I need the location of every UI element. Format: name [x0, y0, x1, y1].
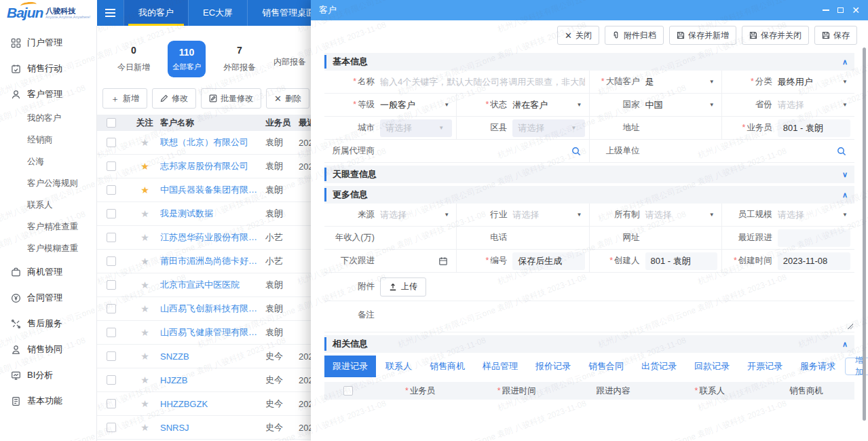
customer-name-link[interactable]: HHZZBGZK	[160, 399, 265, 409]
search-icon[interactable]	[571, 147, 581, 156]
sidebar-item-sales-action[interactable]: 销售行动	[0, 56, 96, 81]
stat-external-filing[interactable]: 7 外部报备	[223, 45, 256, 73]
source-select[interactable]: 请选择▼	[380, 209, 452, 221]
customer-name-link[interactable]: 山西易飞创新科技有限公司	[160, 303, 265, 315]
save-button[interactable]: 保存	[814, 26, 857, 45]
category-select[interactable]: 最终用户▼	[778, 76, 850, 88]
tab-payments[interactable]: 回款记录	[686, 356, 738, 377]
sidebar-sub-fuzzy-dedupe[interactable]: 客户模糊查重	[0, 237, 96, 259]
row-checkbox[interactable]	[107, 138, 116, 147]
star-icon[interactable]: ★	[140, 303, 149, 314]
row-checkbox[interactable]	[107, 399, 116, 408]
tab-follow-records[interactable]: 跟进记录	[324, 356, 376, 377]
add-button[interactable]: ＋新增	[102, 88, 147, 109]
star-icon[interactable]: ★	[140, 137, 149, 148]
row-checkbox[interactable]	[107, 304, 116, 313]
customer-name-link[interactable]: 联想（北京）有限公司	[160, 136, 265, 149]
stat-internal-filing[interactable]: 内部报备	[273, 50, 306, 68]
customer-name-link[interactable]: 中国兵器装备集团有限公司	[160, 184, 265, 196]
sidebar-item-basic[interactable]: 基本功能	[0, 388, 96, 414]
tab-quotes[interactable]: 报价记录	[527, 356, 579, 377]
sidebar-sub-pool-rules[interactable]: 客户公海规则	[0, 172, 96, 194]
customer-name-link[interactable]: 山西易飞健康管理有限公司	[160, 326, 265, 339]
star-icon[interactable]: ★	[140, 280, 149, 290]
remark-textarea[interactable]	[380, 305, 850, 330]
sidebar-sub-exact-dedupe[interactable]: 客户精准查重	[0, 216, 96, 237]
sidebar-sub-distributors[interactable]: 经销商	[0, 129, 96, 151]
batch-edit-button[interactable]: 批量修改	[201, 88, 261, 109]
star-icon[interactable]: ★	[140, 422, 149, 433]
row-checkbox[interactable]	[107, 161, 116, 171]
tab-invoices[interactable]: 开票记录	[739, 356, 791, 377]
sidebar-item-opportunity[interactable]: 商机管理	[0, 259, 96, 285]
star-icon[interactable]: ★	[140, 398, 149, 409]
sidebar-item-portal[interactable]: 门户管理	[0, 30, 96, 56]
delete-button[interactable]: ✕删除	[266, 88, 309, 109]
stat-all-customers[interactable]: 110 全部客户	[168, 41, 206, 77]
tab-shipments[interactable]: 出货记录	[633, 356, 685, 377]
calendar-icon[interactable]	[438, 256, 448, 266]
customer-name-link[interactable]: 江苏恩华药业股份有限公司	[160, 231, 265, 244]
collapse-chevron-icon[interactable]: ∧	[842, 191, 848, 199]
star-icon[interactable]: ★	[140, 256, 149, 267]
sidebar-item-bi[interactable]: BI分析	[0, 362, 96, 388]
maximize-icon[interactable]	[837, 7, 844, 13]
country-select[interactable]: 中国▼	[645, 99, 717, 111]
row-checkbox[interactable]	[107, 280, 116, 290]
close-button[interactable]: ✕关闭	[557, 26, 599, 45]
minimize-icon[interactable]	[823, 9, 829, 11]
star-icon[interactable]: ★	[140, 185, 149, 195]
search-icon[interactable]	[837, 147, 846, 156]
star-icon[interactable]: ★	[140, 208, 149, 219]
save-and-close-button[interactable]: 保存并关闭	[742, 26, 809, 45]
nav-tab-my-customers[interactable]: 我的客户	[124, 0, 188, 26]
nav-tab-ec-screen[interactable]: EC大屏	[188, 0, 247, 26]
annual-income-input[interactable]	[380, 233, 452, 243]
name-input[interactable]	[380, 77, 585, 87]
star-icon[interactable]: ★	[140, 161, 149, 172]
agent-lookup[interactable]	[380, 147, 585, 156]
attachment-archive-button[interactable]: 附件归档	[605, 26, 664, 45]
district-select[interactable]: 请选择▼	[512, 119, 584, 137]
sidebar-item-after-sales[interactable]: 售后服务	[0, 311, 96, 337]
sidebar-sub-public-pool[interactable]: 公海	[0, 151, 96, 172]
hamburger-menu-icon[interactable]	[97, 0, 124, 26]
customer-name-link[interactable]: 莆田市湄洲岛尚德卡好网络...	[160, 255, 265, 267]
ownership-select[interactable]: 请选择▼	[645, 209, 717, 221]
sidebar-item-contract[interactable]: 合同管理	[0, 285, 96, 311]
star-icon[interactable]: ★	[140, 375, 149, 385]
sidebar-sub-my-customers[interactable]: 我的客户	[0, 107, 96, 129]
status-select[interactable]: 潜在客户▼	[512, 99, 584, 111]
sidebar-sub-contacts[interactable]: 联系人	[0, 194, 96, 216]
scrollbar-thumb[interactable]	[863, 47, 866, 421]
customer-name-link[interactable]: 志邦家居股份有限公司	[160, 160, 265, 172]
level-select[interactable]: 一般客户▼	[380, 99, 452, 111]
row-checkbox[interactable]	[107, 375, 116, 385]
row-checkbox[interactable]	[107, 185, 116, 195]
salesperson-value[interactable]: 801 - 袁朗	[778, 119, 850, 137]
customer-name-link[interactable]: 我是测试数据	[160, 208, 265, 220]
row-checkbox[interactable]	[107, 209, 116, 218]
select-all-checkbox[interactable]	[107, 118, 116, 128]
phone-input[interactable]	[512, 233, 584, 243]
city-select[interactable]: 请选择▼	[380, 119, 452, 137]
star-icon[interactable]: ★	[140, 327, 149, 338]
customer-name-link[interactable]: SNRSJ	[160, 423, 265, 433]
tab-opportunities[interactable]: 销售商机	[421, 356, 473, 377]
tab-samples[interactable]: 样品管理	[474, 356, 526, 377]
industry-select[interactable]: 请选择▼	[512, 209, 584, 221]
stat-today-new[interactable]: 0 今日新增	[117, 45, 150, 73]
tab-contacts[interactable]: 联系人	[377, 356, 420, 377]
customer-name-link[interactable]: 北京市宣武中医医院	[160, 279, 265, 291]
province-select[interactable]: 请选择▼	[778, 99, 850, 111]
customer-name-link[interactable]: HJZZB	[160, 375, 265, 385]
edit-button[interactable]: 修改	[152, 88, 196, 109]
parent-unit-lookup[interactable]	[645, 147, 851, 156]
row-checkbox[interactable]	[107, 328, 116, 337]
row-checkbox[interactable]	[107, 256, 116, 266]
row-checkbox[interactable]	[107, 351, 116, 361]
star-icon[interactable]: ★	[140, 232, 149, 243]
related-select-all-checkbox[interactable]	[343, 386, 353, 396]
tab-contracts[interactable]: 销售合同	[580, 356, 632, 377]
sidebar-item-sales-collab[interactable]: 销售协同	[0, 337, 96, 362]
